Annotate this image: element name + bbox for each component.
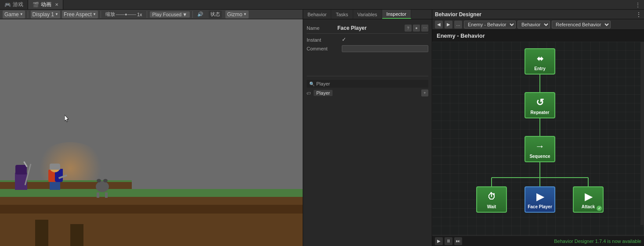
bd-step-btn[interactable]: ⏭ [454, 237, 462, 245]
player-search-label: Player [316, 81, 426, 86]
bd-pause-btn[interactable]: ⏸ [445, 237, 452, 245]
main-area: Game ▼ Display 1 ▼ Free Aspect ▼ 缩放 ——●—… [0, 10, 644, 246]
game-label: Game [4, 11, 19, 18]
mouse-cursor [65, 115, 68, 120]
display-dropdown[interactable]: Display 1 ▼ [31, 11, 60, 18]
divider-2 [101, 11, 101, 18]
tab-variables[interactable]: Variables [353, 10, 382, 19]
name-action-icons: ? ● ⋯ [405, 25, 428, 32]
play-icon: ▶ [437, 239, 441, 243]
game-tab-label: 游戏 [13, 1, 23, 8]
bd-scrollbar-vertical[interactable] [640, 42, 644, 225]
more-icon[interactable]: ⋯ [421, 25, 428, 32]
behavior-designer-panel: Behavior Designer ⋮ ◀ ▶ … Enemy - Behavi… [432, 10, 644, 246]
name-row: Name Face Player ? ● ⋯ [307, 23, 428, 34]
bd-prev-btn[interactable]: ◀ [435, 21, 443, 29]
bd-canvas[interactable]: ⬌ Entry ↺ Repeater → Sequence ⏱ Wait [432, 42, 644, 235]
bd-behavior-select[interactable]: Behavior [517, 21, 550, 29]
entry-icon: ⬌ [533, 52, 546, 65]
scale-slider: ——●—— [116, 12, 136, 17]
bd-nav-row: ◀ ▶ … Enemy - Behavior Behavior Referenc… [432, 19, 644, 30]
tab-game[interactable]: 🎮 游戏 [0, 0, 28, 9]
repeater-icon: ↺ [533, 96, 546, 109]
mute-icon: 🔊 [197, 11, 203, 17]
aspect-label: Free Aspect [64, 11, 92, 18]
player-add-btn[interactable]: + [421, 89, 428, 96]
play-focused-arrow: ▼ [182, 12, 187, 17]
attack-check-badge: ✓ [597, 206, 602, 211]
comment-input[interactable] [342, 45, 428, 52]
variables-tab-label: Variables [358, 12, 377, 17]
face-player-icon: ▶ [533, 190, 546, 203]
animation-tab-icon: 🎬 [33, 2, 39, 8]
animation-tab-close[interactable]: ✕ [55, 2, 58, 7]
inspector-panel: Behavior Tasks Variables Inspector Name … [303, 10, 432, 246]
game-dropdown-arrow: ▼ [20, 12, 23, 16]
bd-entity-select[interactable]: Enemy - Behavior [464, 21, 516, 29]
bd-next-btn[interactable]: ▶ [445, 21, 452, 29]
node-attack[interactable]: ▶ Attack ✓ [573, 186, 604, 213]
bd-header: Behavior Designer ⋮ [432, 10, 644, 19]
tab-tasks[interactable]: Tasks [331, 10, 353, 19]
node-sequence[interactable]: → Sequence [525, 136, 555, 162]
tab-inspector[interactable]: Inspector [382, 10, 411, 19]
bd-more-btn[interactable]: ⋮ [636, 11, 641, 18]
bd-bottom-bar: ▶ ⏸ ⏭ Behavior Designer 1.7.4 is now ava… [432, 235, 644, 246]
animation-tab-label: 动画 [41, 1, 51, 8]
wait-icon: ⏱ [485, 190, 498, 203]
help-icon[interactable]: ? [405, 25, 412, 32]
game-toolbar: Game ▼ Display 1 ▼ Free Aspect ▼ 缩放 ——●—… [0, 10, 303, 19]
game-tab-icon: 🎮 [4, 2, 11, 8]
ground-platform [0, 189, 303, 246]
add-icon: + [423, 91, 426, 95]
display-dropdown-arrow: ▼ [55, 12, 58, 16]
step-icon: ⏭ [456, 239, 460, 243]
attack-icon: ▶ [582, 190, 595, 203]
player-search-row: 🔍 Player [307, 80, 428, 88]
tab-behavior[interactable]: Behavior [303, 10, 331, 19]
game-dropdown[interactable]: Game ▼ [3, 11, 25, 18]
player-tag-label: Player [316, 90, 330, 96]
name-field-label: Name [307, 25, 337, 31]
face-player-label: Face Player [528, 204, 552, 209]
instant-value: ✓ [342, 36, 428, 43]
pause-icon: ⏸ [446, 239, 451, 243]
top-tab-bar: 🎮 游戏 🎬 动画 ✕ ⋮ [0, 0, 644, 10]
inspector-tab-bar: Behavior Tasks Variables Inspector [303, 10, 432, 19]
bd-title: Behavior Designer [435, 11, 481, 18]
bookmark-icon[interactable]: ● [413, 25, 420, 32]
bd-ref-select[interactable]: Referenced Behavior [552, 21, 611, 29]
comment-row: Comment [307, 45, 428, 52]
node-repeater[interactable]: ↺ Repeater [525, 92, 555, 118]
scale-label: 缩放 [105, 11, 115, 18]
player-tag-row: 🏷 Player + [307, 89, 428, 96]
bd-update-text: Behavior Designer 1.7.4 is now available [554, 239, 641, 244]
game-scene [0, 19, 303, 246]
mute-button[interactable]: 🔊 [195, 11, 205, 18]
character-enemy [94, 179, 110, 194]
sequence-icon: → [533, 140, 546, 153]
aspect-dropdown[interactable]: Free Aspect ▼ [62, 11, 98, 18]
bd-play-btn[interactable]: ▶ [435, 237, 443, 245]
stats-item: 状态 [207, 11, 224, 18]
stats-label[interactable]: 状态 [209, 11, 222, 18]
scale-item: 缩放 ——●—— 1x [104, 11, 144, 18]
entry-label: Entry [534, 66, 546, 71]
sequence-label: Sequence [529, 154, 550, 159]
node-face-player[interactable]: ▶ Face Player [525, 186, 555, 213]
player-tag-icon: 🏷 [307, 91, 311, 96]
player-tag[interactable]: Player [314, 90, 333, 96]
comment-label: Comment [307, 45, 342, 51]
instant-row: Instant ✓ [307, 36, 428, 43]
node-wait[interactable]: ⏱ Wait [476, 186, 507, 213]
tab-animation[interactable]: 🎬 动画 ✕ [28, 0, 63, 9]
bd-dots-btn[interactable]: … [454, 21, 462, 29]
play-focused-button[interactable]: Play Focused ▼ [150, 11, 190, 18]
player-section: 🔍 Player 🏷 Player + [307, 76, 428, 96]
gizmo-dropdown[interactable]: Gizmo ▼ [225, 11, 249, 18]
node-entry[interactable]: ⬌ Entry [525, 48, 555, 75]
tab-more-button[interactable]: ⋮ [632, 2, 644, 8]
player-search-icon: 🔍 [309, 82, 315, 86]
character-hero [46, 164, 64, 190]
instant-label: Instant [307, 36, 342, 43]
